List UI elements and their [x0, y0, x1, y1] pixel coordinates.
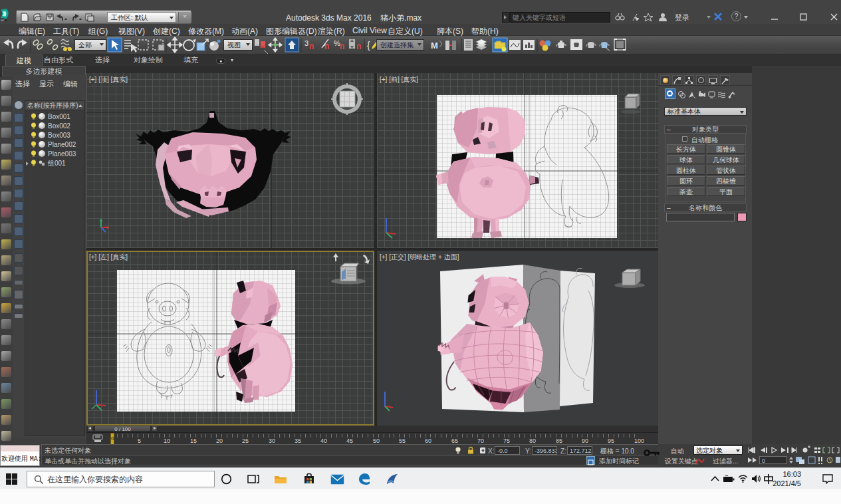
svg-text:{: {: [367, 40, 370, 51]
svg-text:登录: 登录: [675, 13, 689, 21]
svg-text:M: M: [431, 41, 438, 51]
svg-text:%: %: [334, 39, 340, 47]
svg-text:3: 3: [304, 39, 308, 47]
svg-text:MAX: MAX: [0, 19, 5, 22]
